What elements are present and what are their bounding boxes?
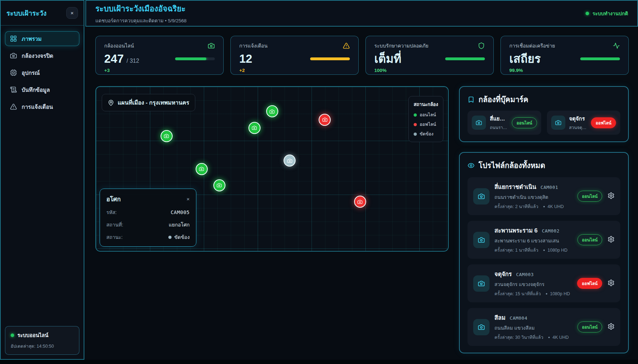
camera-marker[interactable] (266, 105, 278, 117)
cpu-icon (10, 69, 17, 76)
camera-resolution: 4K UHD (553, 335, 569, 340)
camera-icon (473, 188, 489, 205)
app-root: ระบบเฝ้าระวัง × ภาพรวม กล้องวงจรปิด อ (0, 0, 638, 360)
bullet-dot (548, 337, 550, 338)
camera-marker[interactable] (319, 114, 331, 126)
camera-name: จตุจักร (494, 269, 512, 279)
camera-marker[interactable] (196, 163, 208, 175)
camera-name: สี่แยกราช... (490, 114, 508, 123)
system-status-card: ระบบออนไลน์ อัปเดตล่าสุด: 14:50:50 (5, 326, 79, 355)
camera-location: สวนจตุจักร แข... (569, 124, 587, 131)
camera-profile-row[interactable]: สะพานพระราม 6 CAM002 สะพานพระราม 6 แขวงส… (468, 221, 620, 259)
stat-progress-bar (310, 57, 350, 60)
camera-profile-row[interactable]: สีลม CAM004 ถนนสีลม แขวงสีลม ครั้งล่าสุด… (468, 308, 620, 346)
camera-icon (208, 42, 215, 49)
gear-icon (608, 326, 615, 331)
map-title: แผนที่เมือง - กรุงเทพมหานคร (118, 98, 189, 107)
online-dot (414, 113, 417, 117)
stat-delta: +2 (239, 68, 350, 73)
camera-marker[interactable] (354, 196, 366, 208)
alert-triangle-icon (343, 42, 350, 49)
popup-title: อโศก (106, 194, 121, 204)
stat-card-security: ระบบรักษาความปลอดภัย เต็มที่ 100% (365, 36, 494, 75)
camera-icon (473, 232, 489, 248)
page-subtitle: แดชบอร์ดการควบคุมและติดตาม • 5/9/2568 (95, 17, 186, 24)
system-online-label: ระบบออนไลน์ (17, 331, 48, 339)
legend-title: สถานะกล้อง (414, 101, 438, 108)
camera-settings-button[interactable] (608, 236, 615, 244)
camera-resolution: 4K UHD (548, 204, 564, 209)
camera-name: สี่แยกราชดำเนิน (494, 182, 536, 191)
status-badge: ออนไลน์ (577, 234, 602, 245)
camera-icon (473, 275, 489, 292)
sidebar-item-records[interactable]: บันทึกข้อมูล (5, 82, 79, 97)
sidebar-close-button[interactable]: × (66, 7, 78, 19)
stat-label: การแจ้งเตือน (239, 42, 268, 50)
camera-marker[interactable] (284, 155, 296, 167)
system-status-label: ระบบทำงานปกติ (592, 10, 628, 17)
stat-value: 247/ 312 (104, 53, 139, 65)
status-badge: ออนไลน์ (577, 191, 602, 202)
eye-icon (468, 162, 475, 169)
camera-profiles-panel: โปรไฟล์กล้องทั้งหมด สี่แยกราชดำเนิน (459, 152, 629, 353)
camera-resolution: 1080p HD (550, 291, 570, 296)
camera-id: CAM004 (510, 315, 527, 321)
sidebar-item-label: บันทึกข้อมูล (22, 85, 50, 94)
offline-dot (414, 123, 417, 126)
sidebar-item-devices[interactable]: อุปกรณ์ (5, 65, 79, 80)
sidebar-item-label: กล้องวงจรปิด (22, 51, 53, 60)
stat-delta: +3 (104, 68, 215, 73)
content-row: แผนที่เมือง - กรุงเทพมหานคร สถานะกล้อง อ… (95, 86, 629, 353)
bullet-dot (546, 293, 547, 295)
shield-icon (478, 42, 485, 49)
camera-marker[interactable] (161, 130, 173, 142)
stat-card-network: การเชื่อมต่อเครือข่าย เสถียร 99.9% (500, 36, 629, 75)
gear-icon (608, 239, 615, 244)
camera-settings-button[interactable] (608, 279, 615, 287)
stat-delta: 100% (374, 68, 485, 73)
bookmarks-title: กล้องที่บุ๊คมาร์ค (478, 94, 528, 105)
camera-marker[interactable] (248, 122, 261, 134)
sidebar-item-label: ภาพรวม (22, 34, 41, 43)
camera-marker[interactable] (213, 179, 225, 191)
stats-row: กล้องออนไลน์ 247/ 312 +3 การแจ้งเตือน (95, 36, 629, 75)
camera-meta: ครั้งล่าสุด: 1 นาทีที่แล้ว 1080p HD (494, 247, 572, 254)
camera-address: ถนนสีลม แขวงสีลม (494, 324, 572, 332)
camera-settings-button[interactable] (608, 323, 615, 331)
camera-profile-row[interactable]: จตุจักร CAM003 สวนจตุจักร แขวงจตุจักร คร… (468, 264, 620, 302)
stat-label: การเชื่อมต่อเครือข่าย (509, 42, 555, 50)
city-map: แผนที่เมือง - กรุงเทพมหานคร สถานะกล้อง อ… (95, 86, 449, 252)
sidebar-item-label: การแจ้งเตือน (22, 102, 53, 111)
stat-label: กล้องออนไลน์ (104, 42, 134, 50)
profiles-title: โปรไฟล์กล้องทั้งหมด (478, 159, 545, 171)
online-status-dot (11, 334, 14, 337)
legend-item-online: ออนไลน์ (414, 111, 438, 118)
status-badge: ออนไลน์ (512, 117, 537, 128)
stat-label: ระบบรักษาความปลอดภัย (374, 42, 429, 50)
camera-profile-row[interactable]: สี่แยกราชดำเนิน CAM001 ถนนราชดำเนิน แขวง… (468, 177, 620, 215)
dashboard-body: กล้องออนไลน์ 247/ 312 +3 การแจ้งเตือน (85, 27, 638, 360)
stat-value: 12 (239, 53, 255, 65)
popup-close-button[interactable]: × (186, 196, 190, 202)
fault-status-dot (168, 236, 172, 239)
bullet-dot (543, 250, 545, 251)
bookmark-card[interactable]: สี่แยกราช... ถนนราชดำเนิน... ออนไลน์ (468, 111, 541, 135)
last-updated-label: อัปเดตล่าสุด: 14:50:50 (11, 343, 74, 350)
camera-id: CAM001 (541, 185, 558, 190)
bookmark-card[interactable]: จตุจักร สวนจตุจักร แข... ออฟไลน์ (547, 111, 621, 135)
camera-popup: อโศก × รหัส: CAM005 สถานที่: แยกอโศก ส (100, 189, 196, 247)
camera-address: ถนนราชดำเนิน แขวงดุสิต (494, 193, 572, 201)
sidebar-item-alerts[interactable]: การแจ้งเตือน (5, 99, 79, 114)
camera-settings-button[interactable] (608, 192, 615, 200)
sidebar-item-label: อุปกรณ์ (22, 68, 40, 77)
camera-icon (473, 319, 489, 335)
fault-dot (414, 133, 417, 136)
sidebar-item-cctv[interactable]: กล้องวงจรปิด (5, 48, 79, 63)
bullet-dot (543, 206, 545, 207)
sidebar-item-overview[interactable]: ภาพรวม (5, 31, 79, 46)
bookmarks-panel: กล้องที่บุ๊คมาร์ค สี่แยกราช... ถนนราชดำเ… (459, 86, 629, 142)
gear-icon (608, 195, 615, 200)
camera-id: CAM005 (170, 209, 190, 215)
page-header: ระบบเฝ้าระวังเมืองอัจฉริยะ แดชบอร์ดการคว… (85, 0, 638, 27)
camera-name: สะพานพระราม 6 (494, 226, 538, 235)
